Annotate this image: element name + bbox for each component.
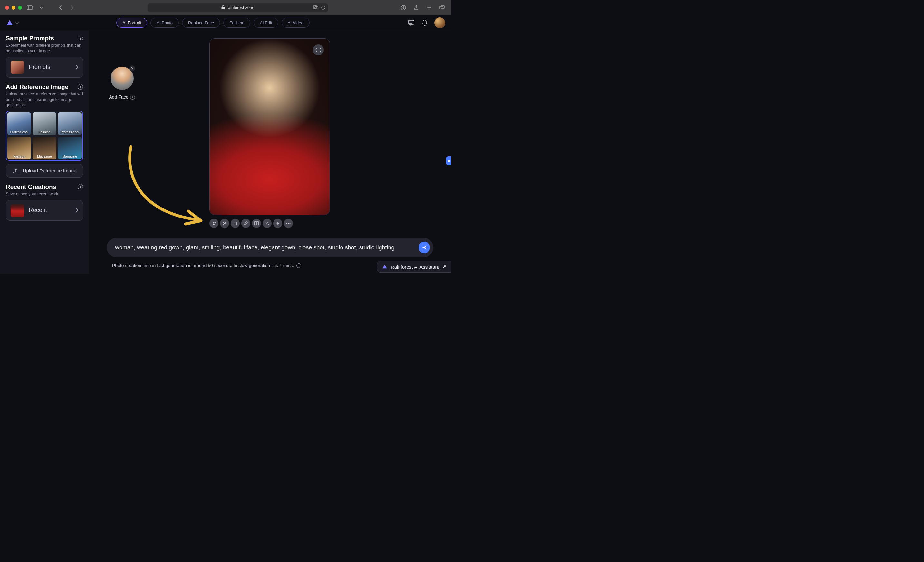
reference-option[interactable]: Magazine	[33, 137, 56, 159]
recent-title: Recent Creations	[6, 183, 56, 191]
expand-button[interactable]	[313, 45, 324, 56]
new-tab-icon[interactable]	[425, 4, 433, 12]
svg-rect-7	[408, 20, 414, 24]
svg-point-18	[288, 223, 289, 224]
info-icon[interactable]: i	[78, 84, 83, 90]
bell-icon[interactable]	[421, 19, 429, 27]
svg-rect-14	[234, 222, 237, 225]
expand-icon	[316, 47, 321, 53]
info-icon[interactable]: i	[78, 36, 83, 41]
annotation-arrow	[121, 143, 212, 227]
svg-point-19	[290, 223, 291, 224]
logo-icon	[382, 264, 388, 270]
minimize-window[interactable]	[12, 6, 15, 10]
reference-option[interactable]: Fashion	[33, 113, 56, 135]
share-icon[interactable]	[412, 4, 420, 12]
preview-image	[210, 39, 330, 215]
tab-ai-photo[interactable]: AI Photo	[150, 18, 179, 28]
sidebar-toggle-icon[interactable]	[26, 4, 33, 12]
replace-face-icon[interactable]	[220, 219, 229, 228]
content-area: ✕ Add Face i	[89, 31, 451, 274]
browser-chrome: rainforest.zone	[0, 0, 451, 15]
crop-icon[interactable]	[231, 219, 240, 228]
nav-back-icon[interactable]	[57, 4, 64, 12]
prompt-bar[interactable]: woman, wearing red gown, glam, smiling, …	[106, 238, 434, 257]
reference-option[interactable]: Magazine	[58, 137, 81, 159]
reference-option[interactable]: Professional	[8, 113, 31, 135]
window-controls	[5, 6, 22, 10]
svg-rect-15	[255, 222, 256, 225]
section-reference: Add Reference Image i Upload or select a…	[6, 83, 83, 177]
sidebar: Sample Prompts i Experiment with differe…	[0, 31, 89, 274]
prompts-thumb	[10, 60, 24, 74]
reader-icon[interactable]	[313, 6, 318, 9]
svg-rect-16	[257, 222, 258, 225]
reference-option[interactable]: Professional	[58, 113, 81, 135]
section-sample-prompts: Sample Prompts i Experiment with differe…	[6, 35, 83, 78]
upload-reference-button[interactable]: Upload Reference Image	[6, 164, 83, 177]
side-panel-pull[interactable]: ◀	[446, 156, 451, 165]
image-preview[interactable]	[209, 38, 330, 215]
send-button[interactable]	[418, 242, 430, 253]
lock-icon	[221, 6, 225, 10]
edit-icon[interactable]	[241, 219, 250, 228]
image-actions	[209, 219, 293, 228]
reference-option[interactable]: Fashion	[8, 137, 31, 159]
chevron-down-icon[interactable]	[38, 4, 45, 12]
prompt-text[interactable]: woman, wearing red gown, glam, smiling, …	[115, 244, 415, 251]
info-icon: i	[130, 95, 135, 99]
recent-label: Recent	[28, 207, 71, 213]
reference-title: Add Reference Image	[6, 83, 68, 90]
close-window[interactable]	[5, 6, 9, 10]
maximize-window[interactable]	[18, 6, 22, 10]
user-avatar[interactable]	[434, 17, 445, 29]
chat-icon[interactable]	[407, 19, 415, 27]
reload-icon[interactable]	[321, 6, 326, 10]
svg-point-10	[213, 222, 214, 223]
chevron-right-icon	[76, 65, 78, 70]
svg-rect-0	[27, 6, 32, 10]
app-logo[interactable]	[6, 19, 19, 27]
compare-icon[interactable]	[252, 219, 261, 228]
download-icon[interactable]	[273, 219, 282, 228]
upload-label: Upload Reference Image	[23, 168, 76, 174]
face-thumbnail[interactable]: ✕	[111, 67, 134, 90]
tab-ai-portrait[interactable]: AI Portrait	[116, 18, 147, 28]
prompts-button[interactable]: Prompts	[6, 57, 83, 78]
assistant-chip[interactable]: Rainforest AI Assistant	[377, 261, 451, 273]
svg-point-13	[225, 222, 226, 223]
remove-face-button[interactable]: ✕	[129, 65, 135, 71]
generation-info: Photo creation time in fast generation i…	[112, 263, 301, 268]
svg-point-12	[223, 222, 224, 223]
top-tabs: AI Portrait AI Photo Replace Face Fashio…	[23, 18, 403, 28]
tab-fashion[interactable]: Fashion	[223, 18, 250, 28]
tab-ai-video[interactable]: AI Video	[282, 18, 310, 28]
svg-rect-5	[440, 6, 443, 9]
tab-ai-edit[interactable]: AI Edit	[254, 18, 278, 28]
magic-icon[interactable]	[262, 219, 272, 228]
url-host: rainforest.zone	[227, 5, 255, 10]
nav-forward-icon	[68, 4, 76, 12]
app-header: AI Portrait AI Photo Replace Face Fashio…	[0, 15, 451, 31]
sample-prompts-title: Sample Prompts	[6, 35, 54, 42]
expand-icon	[442, 265, 446, 269]
svg-point-17	[286, 223, 287, 224]
info-icon[interactable]: i	[296, 263, 301, 268]
info-icon[interactable]: i	[78, 184, 83, 189]
add-person-icon[interactable]	[209, 219, 218, 228]
chevron-down-icon	[15, 22, 19, 24]
recent-button[interactable]: Recent	[6, 200, 83, 221]
svg-rect-3	[315, 7, 318, 9]
downloads-icon[interactable]	[399, 4, 407, 12]
add-face-label[interactable]: Add Face i	[108, 95, 136, 99]
upload-icon	[13, 168, 19, 174]
prompts-label: Prompts	[28, 64, 71, 71]
reference-grid: Professional Fashion Professional Fashio…	[6, 111, 83, 161]
chevron-right-icon	[76, 208, 78, 213]
url-bar[interactable]: rainforest.zone	[147, 3, 328, 12]
more-icon[interactable]	[284, 219, 293, 228]
svg-rect-6	[441, 6, 444, 8]
tab-replace-face[interactable]: Replace Face	[182, 18, 220, 28]
svg-point-11	[224, 222, 225, 223]
tabs-overview-icon[interactable]	[438, 4, 446, 12]
